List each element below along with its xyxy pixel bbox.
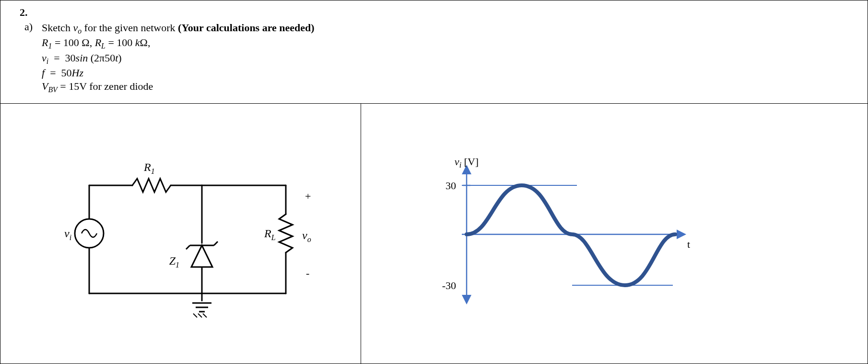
svg-marker-10 <box>191 245 212 267</box>
svg-line-20 <box>203 314 207 317</box>
figures-row: vi R1 Z1 <box>0 104 868 364</box>
y-max-label: 30 <box>446 180 456 192</box>
prompt-var-sub: o <box>78 27 82 35</box>
plot-cell: vi [V] 30 -30 t <box>361 104 868 364</box>
vi-line: vi = 30sin (2π50t) <box>42 52 858 66</box>
prompt-var: v <box>73 22 78 34</box>
plus-sign: + <box>305 190 311 202</box>
x-axis-label: t <box>687 238 690 250</box>
vi-waveform-plot: vi [V] 30 -30 t <box>399 152 697 315</box>
source-label: vi <box>64 227 71 242</box>
rl-label: RL <box>264 227 276 242</box>
page-frame: 2. a) Sketch vo for the given network (Y… <box>0 0 868 364</box>
z1-label: Z1 <box>169 255 179 269</box>
part-a: a) Sketch vo for the given network (Your… <box>24 21 858 96</box>
prompt-line: Sketch vo for the given network (Your ca… <box>42 22 858 36</box>
f-line: f = 50Hz <box>42 67 858 79</box>
circuit-cell: vi R1 Z1 <box>0 104 361 364</box>
r1-label: R1 <box>143 161 155 175</box>
svg-line-13 <box>214 242 218 245</box>
y-min-label: -30 <box>442 279 456 291</box>
part-a-content: Sketch vo for the given network (Your ca… <box>42 21 858 96</box>
circuit-diagram: vi R1 Z1 <box>36 147 324 320</box>
sine-wave <box>467 185 675 285</box>
vo-label: vo <box>302 229 311 243</box>
r-line: R1 = 100 Ω, RL = 100 kΩ, <box>42 36 858 50</box>
vbv-line: VBV = 15V for zener diode <box>42 80 858 94</box>
y-axis-label: vi [V] <box>455 156 479 169</box>
svg-line-12 <box>186 245 190 249</box>
svg-line-19 <box>198 314 202 317</box>
zener-diode-icon <box>186 242 218 269</box>
prompt-bold: (Your calculations are needed) <box>178 22 315 34</box>
ground-icon <box>192 303 211 317</box>
prompt-prefix: Sketch <box>42 22 73 34</box>
part-a-marker: a) <box>24 21 35 96</box>
prompt-mid: for the given network <box>82 22 178 34</box>
svg-line-18 <box>193 314 197 317</box>
problem-statement-cell: 2. a) Sketch vo for the given network (Y… <box>0 0 868 104</box>
question-number: 2. <box>20 6 858 19</box>
minus-sign: - <box>306 267 309 279</box>
